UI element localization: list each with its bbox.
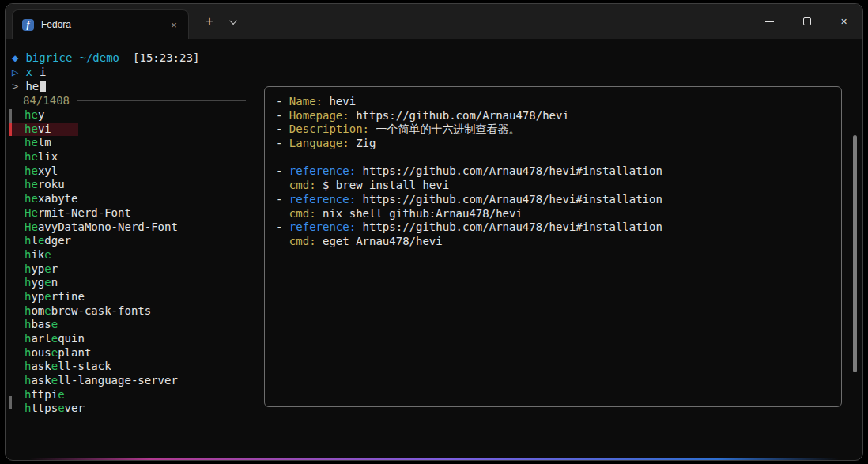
- list-item[interactable]: harlequin: [9, 332, 111, 346]
- tab-title: Fedora: [41, 19, 159, 30]
- command-program: x: [25, 66, 32, 80]
- list-item[interactable]: hygen: [9, 276, 85, 290]
- results-list: heyhevihelmhelixhexylherokuhexabyteHermi…: [9, 108, 205, 416]
- window-controls: ×: [751, 4, 862, 39]
- prompt-user: bigrice: [25, 51, 72, 66]
- list-item[interactable]: hyper: [9, 262, 85, 277]
- preview-line: - Homepage: https://github.com/Arnau478/…: [276, 109, 833, 123]
- terminal-scrollbar[interactable]: [853, 135, 857, 372]
- list-item[interactable]: Hermit-Nerd-Font: [9, 206, 158, 221]
- preview-panel: - Name: hevi- Homepage: https://github.c…: [264, 86, 842, 407]
- results-counter: 84/1408: [23, 94, 70, 108]
- preview-line: - reference: https://github.com/Arnau478…: [276, 193, 833, 207]
- preview-lines: - Name: hevi- Homepage: https://github.c…: [276, 95, 833, 249]
- list-item[interactable]: hey: [9, 108, 71, 123]
- titlebar: f Fedora × + ×: [6, 4, 862, 39]
- preview-line: [276, 151, 833, 165]
- maximize-button[interactable]: [788, 4, 825, 39]
- tab-fedora[interactable]: f Fedora ×: [12, 9, 189, 39]
- list-item[interactable]: hledger: [9, 234, 98, 248]
- results-counter-row: 84/1408: [23, 94, 246, 108]
- list-item[interactable]: homebrew-cask-fonts: [9, 304, 178, 319]
- preview-line: cmd: eget Arnau478/hevi: [276, 235, 833, 249]
- preview-line: - Description: 一个简单的十六进制查看器。: [276, 123, 833, 137]
- list-item[interactable]: heroku: [9, 178, 92, 192]
- list-item[interactable]: houseplant: [9, 346, 118, 360]
- list-item[interactable]: helm: [9, 136, 78, 150]
- tab-close-icon[interactable]: ×: [166, 17, 182, 32]
- counter-divider: [77, 100, 246, 101]
- prompt-time: [15:23:23]: [133, 51, 199, 66]
- list-item[interactable]: haskell-stack: [9, 360, 138, 374]
- list-item[interactable]: httpsever: [9, 402, 111, 416]
- preview-line: - Name: hevi: [276, 95, 833, 109]
- terminal-window: f Fedora × + × ◆ bigrice ~/demo [15:23:2…: [5, 3, 863, 461]
- chevron-down-icon: [229, 17, 237, 25]
- preview-line: - reference: https://github.com/Arnau478…: [276, 164, 833, 179]
- list-item[interactable]: httpie: [9, 388, 92, 402]
- finder-input[interactable]: > he: [12, 80, 46, 94]
- list-item[interactable]: hike: [9, 248, 78, 262]
- tab-dropdown-button[interactable]: [225, 12, 243, 31]
- minimize-icon: [765, 21, 774, 22]
- terminal-content: ◆ bigrice ~/demo [15:23:23] ▷ x i > he 8…: [6, 39, 862, 460]
- command-arg: i: [40, 66, 46, 80]
- list-item[interactable]: HeavyDataMono-Nerd-Font: [9, 221, 205, 235]
- command-line: ▷ x i: [12, 66, 46, 80]
- list-item[interactable]: haskell-language-server: [9, 374, 205, 388]
- maximize-icon: [803, 17, 811, 25]
- list-item[interactable]: hbase: [9, 318, 85, 332]
- preview-line: cmd: nix shell github:Arnau478/hevi: [276, 207, 833, 221]
- text-cursor: [40, 81, 46, 92]
- close-button[interactable]: ×: [825, 4, 862, 39]
- fedora-icon: f: [22, 19, 34, 31]
- bottom-accent-line: [29, 458, 839, 460]
- preview-line: - Language: Zig: [276, 137, 833, 151]
- prompt-path: ~/demo: [79, 51, 119, 66]
- list-item[interactable]: hevi: [9, 123, 78, 137]
- finder-prompt-char: >: [12, 80, 18, 94]
- list-item[interactable]: hexabyte: [9, 192, 104, 206]
- minimize-button[interactable]: [751, 4, 788, 39]
- preview-line: cmd: $ brew install hevi: [276, 179, 833, 193]
- shell-prompt: ◆ bigrice ~/demo [15:23:23]: [12, 51, 199, 66]
- command-prompt-icon: ▷: [12, 66, 18, 80]
- prompt-symbol-icon: ◆: [12, 51, 18, 66]
- list-item[interactable]: helix: [9, 150, 85, 164]
- finder-query: he: [25, 80, 39, 94]
- preview-line: - reference: https://github.com/Arnau478…: [276, 221, 833, 235]
- list-item[interactable]: hyperfine: [9, 290, 111, 304]
- list-item[interactable]: hexyl: [9, 164, 85, 179]
- new-tab-button[interactable]: +: [200, 12, 219, 31]
